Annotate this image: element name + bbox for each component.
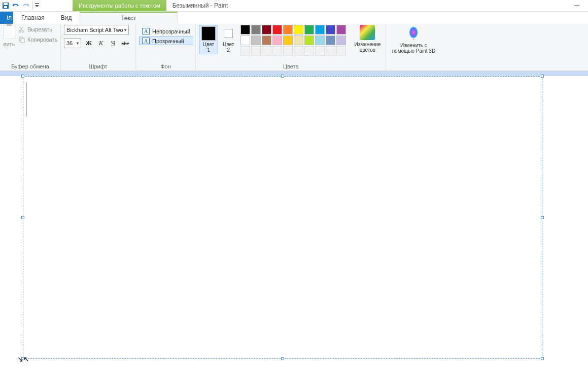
color1-label: Цвет 1: [203, 42, 214, 53]
palette-color[interactable]: [283, 35, 293, 45]
bold-button[interactable]: Ж: [83, 38, 94, 48]
palette-color[interactable]: [336, 25, 346, 34]
svg-rect-2: [4, 6, 7, 8]
colors-group-label: Цвета: [199, 62, 383, 69]
strikethrough-button[interactable]: abc: [120, 38, 131, 48]
text-box[interactable]: [23, 76, 542, 359]
resize-handle-ne[interactable]: [541, 75, 544, 78]
palette-color[interactable]: [315, 35, 325, 45]
group-paint3d: Изменить с помощью Paint 3D: [386, 24, 441, 70]
resize-handle-se[interactable]: [541, 357, 544, 360]
color2-slot[interactable]: Цвет 2: [220, 25, 236, 54]
title-bar: Инструменты работы с текстом Безымянный …: [0, 0, 588, 12]
transparent-icon: A: [142, 38, 150, 44]
edit-colors-button[interactable]: Изменение цветов: [352, 25, 383, 53]
palette-color: [326, 46, 335, 56]
opaque-icon: A: [142, 28, 150, 34]
palette-color[interactable]: [272, 35, 282, 45]
font-size-value: 36: [66, 40, 73, 46]
palette-color[interactable]: [294, 25, 303, 34]
tab-file[interactable]: іл: [0, 12, 13, 24]
paint3d-group-label: [389, 68, 438, 69]
svg-rect-1: [4, 3, 8, 5]
resize-handle-w[interactable]: [21, 216, 24, 219]
color-palette: [240, 25, 346, 56]
svg-point-9: [409, 27, 418, 38]
paint3d-icon: [406, 26, 421, 41]
font-family-combo[interactable]: Bickham Script Alt Two ▼: [64, 25, 129, 35]
group-clipboard: вить Вырезать Копировать Буфер обмена: [0, 24, 61, 70]
color2-swatch: [224, 29, 233, 38]
palette-color[interactable]: [240, 25, 250, 34]
palette-color[interactable]: [326, 25, 335, 34]
save-button[interactable]: [1, 1, 10, 10]
font-group-label: Шрифт: [64, 62, 132, 69]
palette-color[interactable]: [262, 35, 271, 45]
cut-button[interactable]: Вырезать: [17, 25, 58, 34]
palette-color[interactable]: [283, 25, 293, 34]
cut-label: Вырезать: [27, 26, 52, 32]
palette-color: [272, 46, 282, 56]
paste-label: вить: [4, 41, 15, 47]
tab-home[interactable]: Главная: [13, 12, 53, 24]
transparent-option[interactable]: A Прозрачный: [139, 37, 193, 45]
ribbon: вить Вырезать Копировать Буфер обмена Bi…: [0, 24, 588, 71]
undo-button[interactable]: [11, 1, 20, 10]
svg-rect-4: [574, 6, 579, 6]
palette-color: [336, 46, 346, 56]
color1-swatch: [201, 26, 216, 41]
font-family-value: Bickham Script Alt Two: [66, 27, 123, 33]
resize-handle-s[interactable]: [281, 357, 284, 360]
palette-color[interactable]: [240, 35, 250, 45]
redo-button[interactable]: [21, 1, 30, 10]
italic-button[interactable]: К: [95, 38, 107, 48]
tab-text[interactable]: Текст: [80, 12, 177, 24]
text-caret: [26, 83, 26, 116]
palette-color: [251, 46, 261, 56]
copy-button[interactable]: Копировать: [17, 35, 58, 44]
paint3d-label: Изменить с помощью Paint 3D: [392, 43, 435, 54]
color1-slot[interactable]: Цвет 1: [199, 25, 218, 54]
resize-handle-nw[interactable]: [21, 75, 24, 78]
paint3d-button[interactable]: Изменить с помощью Paint 3D: [389, 25, 438, 54]
palette-color[interactable]: [294, 35, 303, 45]
palette-color[interactable]: [304, 35, 314, 45]
context-tab-text-tools: Инструменты работы с текстом: [73, 0, 166, 11]
underline-button[interactable]: Ч: [108, 38, 119, 48]
minimize-button[interactable]: [565, 0, 588, 11]
canvas[interactable]: ↘↖: [0, 76, 588, 391]
group-font: Bickham Script Alt Two ▼ 36 ▼ Ж К Ч abc …: [61, 24, 136, 70]
palette-color[interactable]: [251, 35, 261, 45]
chevron-down-icon: ▼: [76, 41, 80, 46]
palette-color[interactable]: [326, 35, 335, 45]
palette-color[interactable]: [336, 35, 346, 45]
resize-handle-n[interactable]: [281, 75, 284, 78]
palette-color: [262, 46, 271, 56]
group-background: A Непрозрачный A Прозрачный Фон: [136, 24, 196, 70]
paste-button[interactable]: вить: [3, 25, 15, 47]
palette-color: [240, 46, 250, 56]
resize-handle-e[interactable]: [541, 216, 544, 219]
clipboard-icon: [3, 25, 15, 39]
palette-color: [315, 46, 325, 56]
palette-color: [283, 46, 293, 56]
transparent-label: Прозрачный: [152, 38, 184, 44]
palette-color[interactable]: [251, 25, 261, 34]
group-colors: Цвет 1 Цвет 2 Изменение цветов Цвета: [196, 24, 386, 70]
color-wheel-icon: [360, 25, 375, 40]
tab-view[interactable]: Вид: [53, 12, 80, 24]
palette-color[interactable]: [262, 25, 271, 34]
palette-color[interactable]: [272, 25, 282, 34]
palette-color[interactable]: [304, 25, 314, 34]
move-cursor-icon: ↘↖: [17, 355, 29, 363]
copy-icon: [18, 36, 25, 43]
chevron-down-icon: ▼: [123, 28, 127, 32]
font-size-combo[interactable]: 36 ▼: [64, 38, 81, 48]
opaque-option[interactable]: A Непрозрачный: [139, 27, 193, 35]
canvas-area[interactable]: ↘↖: [0, 71, 588, 391]
quick-access-toolbar: [0, 0, 44, 11]
palette-color[interactable]: [315, 25, 325, 34]
qat-customize-button[interactable]: [34, 1, 40, 10]
svg-rect-3: [35, 3, 39, 4]
palette-color: [304, 46, 314, 56]
